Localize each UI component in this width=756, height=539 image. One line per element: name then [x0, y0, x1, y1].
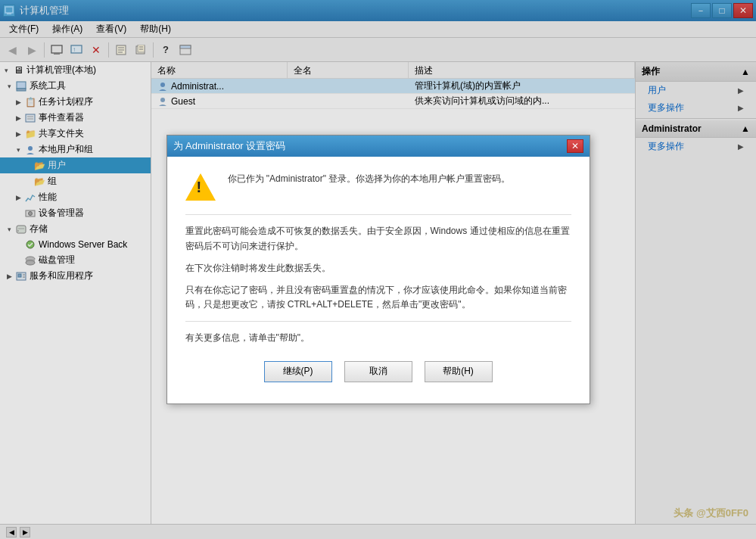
dialog-warning-row: 你已作为 "Administrator" 登录。你选择为你的本地用户帐户重置密码… [185, 172, 571, 202]
dialog-title: 为 Administrator 设置密码 [173, 139, 286, 153]
set-password-dialog: 为 Administrator 设置密码 ✕ 你已作为 "Administrat… [166, 135, 590, 403]
dialog-help-button[interactable]: 帮助(H) [425, 361, 493, 382]
warning-triangle [185, 173, 216, 201]
dialog-continue-button[interactable]: 继续(P) [264, 361, 332, 382]
dialog-warning-text: 你已作为 "Administrator" 登录。你选择为你的本地用户帐户重置密码… [228, 172, 571, 186]
dialog-close-button[interactable]: ✕ [567, 139, 583, 153]
dialog-body-text1: 重置此密码可能会造成不可恢复的数据丢失。由于安全原因，Windows 通过使相应… [185, 224, 571, 253]
dialog-body-text3: 只有在你忘记了密码，并且没有密码重置盘的情况下，你才应该使用此命令。如果你知道当… [185, 283, 571, 312]
dialog-separator-2 [185, 321, 571, 322]
dialog-body-text2: 在下次你注销时将发生此数据丢失。 [185, 261, 571, 276]
dialog-overlay: 为 Administrator 设置密码 ✕ 你已作为 "Administrat… [0, 0, 756, 539]
dialog-buttons: 继续(P) 取消 帮助(H) [185, 352, 571, 388]
dialog-titlebar: 为 Administrator 设置密码 ✕ [167, 136, 590, 157]
warning-icon [185, 172, 216, 202]
dialog-body-text4: 有关更多信息，请单击"帮助"。 [185, 331, 571, 345]
dialog-separator-1 [185, 214, 571, 215]
dialog-cancel-button[interactable]: 取消 [344, 361, 412, 382]
dialog-body: 你已作为 "Administrator" 登录。你选择为你的本地用户帐户重置密码… [167, 157, 590, 403]
